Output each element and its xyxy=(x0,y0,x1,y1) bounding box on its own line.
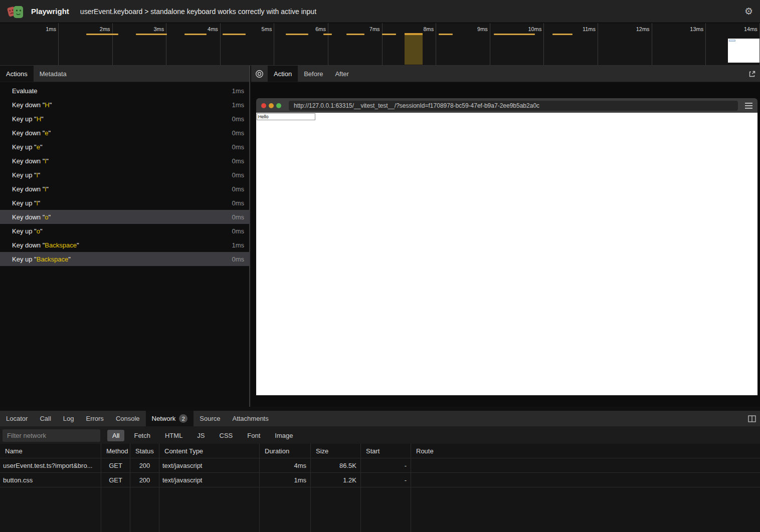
action-title: Key up "o" xyxy=(12,227,43,235)
tab-console[interactable]: Console xyxy=(110,411,146,426)
network-request-row[interactable]: button.css GET 200 text/javascript 1ms 1… xyxy=(0,473,760,487)
cell-method: GET xyxy=(101,458,130,472)
timeline-gridline xyxy=(490,23,490,65)
action-list-item[interactable]: Key down "l"0ms xyxy=(0,154,249,168)
filter-chip-css[interactable]: CSS xyxy=(215,430,238,441)
column-header-start[interactable]: Start xyxy=(361,444,411,458)
url-text: http://127.0.0.1:63315/__vitest_test__/?… xyxy=(294,102,539,109)
timeline-gridline xyxy=(436,23,436,65)
tab-call[interactable]: Call xyxy=(34,411,57,426)
tab-action[interactable]: Action xyxy=(268,66,298,82)
column-header-status[interactable]: Status xyxy=(130,444,159,458)
page-text-input[interactable] xyxy=(257,113,315,120)
timeline-tick-label: 10ms xyxy=(506,26,541,32)
timeline-action-bar xyxy=(439,34,453,35)
snapshot-browser-window: http://127.0.0.1:63315/__vitest_test__/?… xyxy=(256,98,757,395)
action-title: Key down "l" xyxy=(12,185,49,193)
tab-actions[interactable]: Actions xyxy=(0,66,34,82)
split-columns-icon xyxy=(748,415,756,422)
filter-chip-all[interactable]: All xyxy=(107,430,124,441)
action-title: Key up "e" xyxy=(12,143,43,151)
network-request-row[interactable]: userEvent.test.ts?import&bro... GET 200 … xyxy=(0,458,760,473)
timeline-ruler[interactable]: 1ms2ms3ms4ms5ms6ms7ms8ms9ms10ms11ms12ms1… xyxy=(0,23,760,66)
toggle-layout-button[interactable] xyxy=(744,411,760,426)
timeline-gridline xyxy=(328,23,328,65)
action-list-item[interactable]: Key up "o"0ms xyxy=(0,224,249,238)
cell-duration: 1ms xyxy=(260,473,311,487)
column-header-method[interactable]: Method xyxy=(101,444,130,458)
action-duration: 0ms xyxy=(232,129,244,137)
cell-size: 1.2K xyxy=(311,473,361,487)
column-header-content-type[interactable]: Content Type xyxy=(159,444,260,458)
tab-errors[interactable]: Errors xyxy=(80,411,109,426)
network-count-badge: 2 xyxy=(179,414,187,423)
timeline-tick-label: 5ms xyxy=(237,26,272,32)
tab-network[interactable]: Network2 xyxy=(146,411,194,426)
action-list-item[interactable]: Key down "H"1ms xyxy=(0,98,249,112)
snapshot-panel: Action Before After http://127.0.0.1:633… xyxy=(251,66,760,407)
action-list-item[interactable]: Key up "l"0ms xyxy=(0,196,249,210)
column-header-route[interactable]: Route xyxy=(411,444,760,458)
action-list-item[interactable]: Key down "o"0ms xyxy=(0,210,249,224)
column-header-size[interactable]: Size xyxy=(311,444,361,458)
action-duration: 0ms xyxy=(232,255,244,263)
action-list-item[interactable]: Key up "e"0ms xyxy=(0,140,249,154)
cell-status: 200 xyxy=(130,458,159,472)
snapshot-page xyxy=(256,113,757,395)
timeline-gridline xyxy=(705,23,706,65)
filter-chip-font[interactable]: Font xyxy=(242,430,265,441)
column-header-name[interactable]: Name xyxy=(0,444,101,458)
traffic-light-yellow xyxy=(269,103,274,108)
tab-before[interactable]: Before xyxy=(298,66,329,82)
action-list-item[interactable]: Key down "e"0ms xyxy=(0,126,249,140)
pick-locator-button[interactable] xyxy=(251,66,268,82)
network-table-empty-area xyxy=(0,487,760,532)
timeline-gridline xyxy=(274,23,274,65)
filter-chip-js[interactable]: JS xyxy=(192,430,210,441)
snapshot-tabstrip: Action Before After xyxy=(251,66,760,82)
cell-content-type: text/javascript xyxy=(159,473,260,487)
action-list-item[interactable]: Key down "l"0ms xyxy=(0,182,249,196)
filmstrip-thumbnail[interactable] xyxy=(728,39,760,63)
action-title: Key down "o" xyxy=(12,213,51,221)
action-list-item[interactable]: Key up "l"0ms xyxy=(0,168,249,182)
action-duration: 1ms xyxy=(232,241,244,249)
filter-chip-html[interactable]: HTML xyxy=(160,430,187,441)
timeline-tick-label: 13ms xyxy=(668,26,703,32)
open-snapshot-button[interactable] xyxy=(747,69,757,79)
network-filter-input[interactable] xyxy=(3,429,100,442)
column-header-duration[interactable]: Duration xyxy=(260,444,311,458)
timeline-gridline xyxy=(166,23,166,65)
action-list-item[interactable]: Key down "Backspace"1ms xyxy=(0,238,249,252)
cell-size: 86.5K xyxy=(311,458,361,472)
action-duration: 0ms xyxy=(232,143,244,151)
timeline-action-bar xyxy=(86,34,118,35)
action-list-item[interactable]: Key up "H"0ms xyxy=(0,112,249,126)
target-icon xyxy=(255,70,264,78)
tab-metadata[interactable]: Metadata xyxy=(34,66,73,82)
timeline-action-bar xyxy=(323,34,332,35)
tab-attachments[interactable]: Attachments xyxy=(226,411,274,426)
action-duration: 0ms xyxy=(232,171,244,179)
action-title: Key down "e" xyxy=(12,129,51,137)
timeline-tick-label: 2ms xyxy=(75,26,110,32)
action-title: Key up "l" xyxy=(12,171,40,179)
tab-locator[interactable]: Locator xyxy=(0,411,34,426)
filter-chip-fetch[interactable]: Fetch xyxy=(129,430,155,441)
tab-source[interactable]: Source xyxy=(194,411,226,426)
action-list-item[interactable]: Evaluate1ms xyxy=(0,84,249,98)
gear-icon[interactable]: ⚙ xyxy=(744,7,753,16)
tab-after[interactable]: After xyxy=(329,66,354,82)
tab-log[interactable]: Log xyxy=(57,411,80,426)
action-title: Key up "l" xyxy=(12,199,40,207)
timeline-tick-label: 3ms xyxy=(129,26,164,32)
timeline-tick-label: 7ms xyxy=(345,26,380,32)
action-title: Evaluate xyxy=(12,87,38,95)
action-list-item[interactable]: Key up "Backspace"0ms xyxy=(0,252,249,266)
cell-method: GET xyxy=(101,473,130,487)
timeline-action-bar xyxy=(286,34,308,35)
filter-chip-image[interactable]: Image xyxy=(270,430,298,441)
details-tabstrip: Locator Call Log Errors Console Network2… xyxy=(0,411,760,427)
hamburger-menu-icon xyxy=(745,103,752,109)
timeline-gridline xyxy=(652,23,652,65)
